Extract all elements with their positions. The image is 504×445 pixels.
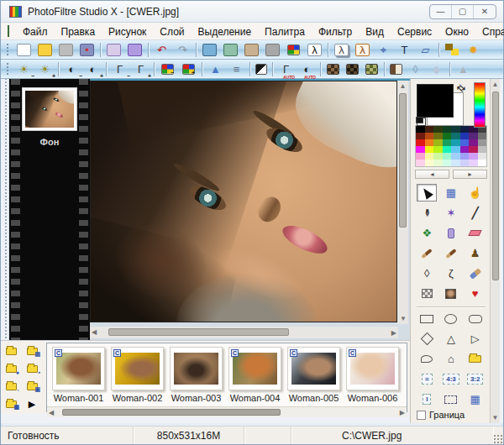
advanced-brush-tool[interactable] — [441, 244, 461, 262]
browser-pattern-icon[interactable]: ▦ — [3, 397, 19, 411]
palette-color[interactable] — [460, 133, 470, 139]
ratio-3-2[interactable]: 3:2 — [465, 370, 486, 388]
thumb-woman-005[interactable]: C Woman-005 — [287, 347, 340, 403]
layer-item-background[interactable] — [22, 87, 77, 131]
palette-color[interactable] — [443, 146, 452, 153]
select-rectangle[interactable] — [417, 310, 437, 327]
brightness-minus-icon[interactable]: ☀− — [14, 61, 34, 77]
scroll-up-icon[interactable]: ▲ — [398, 81, 408, 92]
palette-color[interactable] — [451, 146, 460, 153]
thumb-woman-003[interactable]: Woman-003 — [170, 347, 223, 403]
panel-grip[interactable] — [1, 79, 9, 340]
custom-shape-tool[interactable]: ♥ — [465, 285, 486, 302]
palette-color[interactable] — [433, 160, 443, 166]
palette-color[interactable] — [469, 153, 478, 160]
palette-color[interactable] — [433, 139, 443, 146]
scroll-left-icon[interactable]: ◀ — [47, 407, 55, 418]
scrollbar-thumb[interactable] — [399, 93, 407, 228]
thumb-woman-001[interactable]: C Woman-001 — [52, 347, 105, 403]
fill-tool[interactable]: ❖ — [417, 224, 437, 242]
brightness-plus-icon[interactable]: ☀+ — [35, 61, 55, 77]
palette-color[interactable] — [478, 160, 487, 166]
frame-icon[interactable] — [244, 44, 259, 56]
gamma-plus-icon[interactable]: Γ+ — [131, 61, 150, 77]
palette-color[interactable] — [443, 139, 452, 146]
browser-select-icon[interactable]: ▫ — [3, 380, 19, 393]
palette-color[interactable] — [443, 160, 452, 166]
default-colors-icon[interactable] — [417, 118, 426, 126]
selection-tool[interactable] — [417, 184, 437, 202]
canvas-horizontal-scrollbar[interactable]: ◀ ▶ — [90, 327, 398, 338]
show-selection-icon[interactable]: ⌖ — [374, 42, 393, 58]
menu-file[interactable]: Файл — [16, 24, 55, 39]
pattern-tool[interactable] — [417, 285, 437, 302]
toolbar-grip[interactable] — [6, 62, 10, 76]
eraser-tool[interactable] — [465, 224, 486, 242]
levels-icon[interactable]: ≡ — [227, 61, 246, 77]
scroll-right-icon[interactable]: ▶ — [398, 407, 407, 418]
palette-color[interactable] — [433, 146, 443, 153]
blur-tool[interactable]: ◊ — [417, 264, 437, 282]
eyedropper-tool[interactable]: ✒ — [417, 204, 437, 222]
palette-color[interactable] — [416, 153, 425, 160]
select-lasso[interactable] — [417, 350, 437, 368]
palette-color[interactable] — [416, 133, 425, 139]
grid-options[interactable]: ▦ — [465, 390, 486, 408]
scroll-down-icon[interactable]: ▼ — [491, 412, 501, 423]
menu-layer[interactable]: Слой — [153, 24, 191, 39]
ratio-equal[interactable]: = — [417, 370, 437, 388]
menu-window[interactable]: Окно — [438, 24, 475, 39]
blur-icon[interactable]: ◊ — [406, 61, 425, 77]
restore-button[interactable]: ▢ — [452, 5, 474, 18]
scrollbar-thumb[interactable] — [62, 409, 281, 416]
select-right-triangle[interactable]: ▷ — [465, 330, 486, 348]
select-rounded-rect[interactable] — [465, 310, 486, 327]
layer-manager-tool[interactable]: ▦ — [441, 184, 461, 202]
contrast-plus-icon[interactable]: ◐+ — [83, 61, 102, 77]
nozzle-tool[interactable] — [441, 285, 461, 302]
menu-selection[interactable]: Выделение — [192, 24, 259, 39]
menu-edit[interactable]: Правка — [55, 24, 102, 39]
palette-color[interactable] — [460, 153, 470, 160]
undo-icon[interactable]: ↶ — [152, 42, 171, 58]
select-diamond[interactable] — [417, 330, 437, 348]
hue-bar[interactable] — [474, 82, 486, 128]
foreground-color-swatch[interactable] — [417, 84, 454, 118]
palette-color[interactable] — [433, 126, 443, 133]
menu-view[interactable]: Вид — [359, 24, 391, 39]
histogram-icon[interactable]: ▲ — [206, 61, 225, 77]
marquee-options[interactable] — [441, 390, 461, 408]
palette-color[interactable] — [416, 139, 425, 146]
canvas-resize-icon[interactable] — [223, 44, 238, 56]
palette-prev-button[interactable]: ◄ — [415, 170, 449, 179]
scroll-down-icon[interactable]: ▼ — [398, 313, 408, 324]
select-triangle[interactable]: △ — [441, 330, 461, 348]
hand-tool[interactable]: ☝ — [465, 184, 486, 202]
artistic-brush-tool[interactable] — [465, 264, 486, 282]
browser-select-all-icon[interactable]: ▣ — [24, 380, 40, 393]
palette-color[interactable] — [433, 153, 443, 160]
palette-color[interactable] — [443, 126, 452, 133]
menu-service[interactable]: Сервис — [391, 24, 438, 39]
scroll-left-icon[interactable]: ◀ — [90, 327, 98, 338]
toolbar-grip[interactable] — [6, 43, 10, 56]
scroll-up-icon[interactable]: ▲ — [491, 79, 501, 90]
spray-tool[interactable] — [441, 224, 461, 242]
negative-icon[interactable] — [255, 64, 267, 75]
auto-contrast-icon[interactable]: ◐AUTO — [297, 61, 317, 77]
text-icon[interactable]: T — [395, 42, 414, 58]
palette-color[interactable] — [469, 133, 478, 139]
image-resize-icon[interactable] — [202, 44, 217, 56]
panel-vertical-scrollbar[interactable]: ▲ ▼ — [490, 79, 500, 423]
save-icon[interactable] — [59, 44, 73, 56]
emboss-icon[interactable]: ▲ — [454, 61, 473, 77]
gamma-minus-icon[interactable]: Γ− — [110, 61, 129, 77]
palette-color[interactable] — [469, 139, 478, 146]
vector-selection-icon[interactable]: ▱ — [416, 42, 435, 58]
palette-color[interactable] — [443, 153, 452, 160]
palette-color[interactable] — [478, 133, 487, 139]
scrollbar-thumb[interactable] — [108, 328, 289, 336]
redo-icon[interactable]: ↷ — [173, 42, 192, 58]
contrast-minus-icon[interactable]: ◐− — [62, 61, 81, 77]
open-folder-icon[interactable] — [38, 44, 52, 56]
